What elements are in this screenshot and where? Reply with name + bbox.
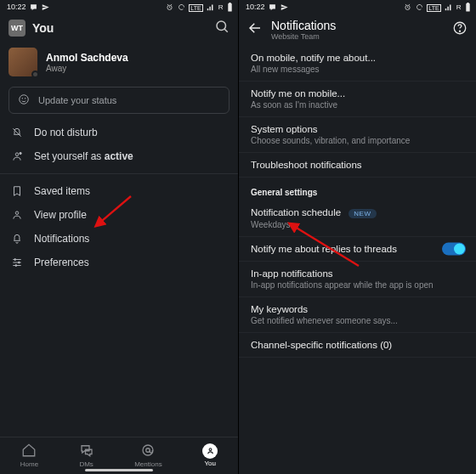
send-icon (42, 3, 49, 13)
menu-label: Notifications (34, 233, 89, 245)
volte-icon: LTE (427, 4, 440, 12)
send-icon (280, 3, 288, 13)
menu-label: Preferences (34, 257, 89, 268)
menu-group-2: Saved items View profile Notifications P… (0, 178, 238, 276)
profile-row[interactable]: Anmol Sachdeva Away (0, 42, 238, 82)
avatar (8, 48, 37, 76)
menu-label: Saved items (34, 185, 90, 197)
setting-title: My keywords (251, 304, 464, 314)
svg-point-13 (143, 445, 153, 455)
back-icon[interactable] (247, 20, 263, 39)
svg-point-7 (15, 153, 19, 156)
setting-title: Channel-specific notifications (0) (251, 340, 464, 350)
divider (0, 173, 238, 174)
svg-point-9 (15, 212, 19, 215)
notif-icon (30, 3, 37, 13)
status-bar: 10:22 LTE R (239, 0, 476, 15)
dm-icon (79, 443, 94, 460)
smile-icon (18, 93, 30, 107)
gesture-bar (85, 469, 153, 471)
screen-you: 10:22 LTE R WT You Anmol Sachdev (0, 0, 238, 474)
svg-point-6 (25, 98, 26, 99)
menu-preferences[interactable]: Preferences (0, 251, 238, 274)
setting-notify-mobile[interactable]: Notify me on mobile... As soon as I'm in… (239, 82, 476, 117)
setting-channel-specific[interactable]: Channel-specific notifications (0) (239, 333, 476, 358)
status-bar: 10:22 LTE R (0, 0, 238, 15)
home-icon (20, 443, 38, 460)
setting-subtitle: As soon as I'm inactive (251, 100, 464, 110)
setting-title: On mobile, notify me about... (251, 53, 464, 63)
svg-point-10 (14, 259, 16, 261)
status-placeholder: Update your status (38, 95, 116, 105)
header: WT You (0, 15, 238, 42)
section-header: General settings (239, 178, 476, 200)
setting-troubleshoot[interactable]: Troubleshoot notifications (239, 153, 476, 178)
svg-point-3 (217, 21, 226, 31)
setting-subtitle: In-app notifications appear while the ap… (251, 280, 464, 290)
setting-subtitle: Get notified whenever someone says... (251, 316, 464, 325)
new-badge: NEW (348, 209, 376, 218)
svg-point-15 (209, 449, 212, 451)
sync-icon (416, 3, 423, 13)
setting-subtitle: All new messages (251, 65, 464, 74)
bell-icon (10, 233, 24, 245)
nav-label: You (204, 460, 216, 467)
nav-dms[interactable]: DMs (79, 443, 94, 468)
svg-point-4 (20, 95, 29, 104)
nav-you[interactable]: You (202, 443, 218, 467)
you-badge-icon (202, 443, 218, 459)
network-label: R (456, 3, 462, 11)
menu-set-active[interactable]: Set yourself as active (0, 144, 238, 168)
setting-threads[interactable]: Notify me about replies to threads (239, 237, 476, 262)
menu-saved[interactable]: Saved items (0, 179, 238, 203)
page-title: You (32, 21, 207, 35)
sliders-icon (10, 257, 24, 268)
setting-title: In-app notifications (251, 268, 464, 279)
svg-point-11 (18, 262, 20, 263)
menu-view-profile[interactable]: View profile (0, 203, 238, 227)
workspace-badge[interactable]: WT (8, 20, 26, 37)
toggle-on[interactable] (442, 243, 466, 256)
bottom-nav: Home DMs Mentions You (0, 437, 238, 474)
presence-indicator (31, 71, 39, 78)
alarm-icon (166, 3, 173, 13)
header: Notifications Website Team (239, 15, 476, 46)
svg-point-14 (146, 448, 150, 452)
svg-rect-2 (229, 3, 230, 3)
setting-inapp[interactable]: In-app notifications In-app notification… (239, 262, 476, 297)
setting-keywords[interactable]: My keywords Get notified whenever someon… (239, 297, 476, 333)
signal-icon (445, 3, 452, 13)
setting-title: Troubleshoot notifications (251, 160, 464, 170)
menu-dnd[interactable]: Do not disturb (0, 121, 238, 144)
screen-notifications: 10:22 LTE R Notifications Website Team O… (238, 0, 476, 474)
notif-icon (269, 3, 276, 13)
presence-icon (10, 150, 24, 162)
nav-label: DMs (79, 460, 93, 468)
setting-title: Notify me on mobile... (251, 88, 464, 99)
svg-point-20 (459, 31, 460, 31)
setting-system-options[interactable]: System options Choose sounds, vibration,… (239, 117, 476, 153)
menu-label: Set yourself as active (34, 150, 133, 162)
svg-rect-17 (466, 3, 469, 11)
setting-subtitle: Choose sounds, vibration, and importance (251, 136, 464, 145)
nav-label: Mentions (134, 460, 162, 468)
update-status-button[interactable]: Update your status (8, 87, 230, 114)
help-icon[interactable] (452, 20, 468, 39)
menu-notifications[interactable]: Notifications (0, 227, 238, 251)
svg-point-8 (20, 152, 21, 154)
svg-point-12 (15, 265, 17, 267)
setting-subtitle: Weekdays (251, 220, 464, 229)
setting-on-mobile-notify[interactable]: On mobile, notify me about... All new me… (239, 46, 476, 82)
volte-icon: LTE (189, 4, 202, 12)
page-title: Notifications (271, 19, 336, 32)
nav-home[interactable]: Home (20, 443, 38, 468)
clock: 10:22 (7, 3, 26, 11)
setting-schedule[interactable]: Notification schedule NEW Weekdays (239, 200, 476, 237)
nav-mentions[interactable]: Mentions (134, 443, 162, 468)
search-icon[interactable] (214, 19, 230, 37)
presence-text: Away (46, 64, 128, 73)
setting-title: System options (251, 124, 464, 134)
signal-icon (207, 3, 214, 13)
battery-icon (465, 3, 471, 14)
sync-icon (178, 3, 185, 13)
